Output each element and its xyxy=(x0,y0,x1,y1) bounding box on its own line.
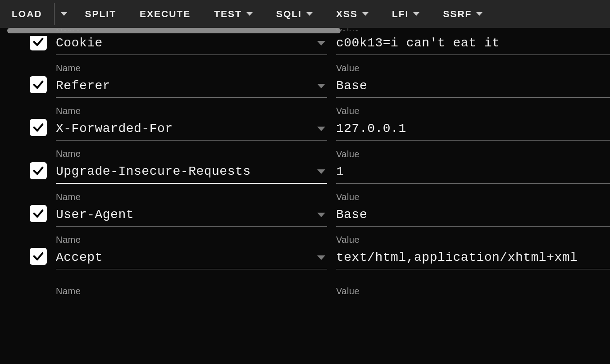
header-value-field: Value Base xyxy=(336,192,610,227)
chevron-down-icon[interactable] xyxy=(317,213,325,217)
header-name-field: Name xyxy=(56,286,327,299)
header-value-input[interactable]: Base xyxy=(336,76,610,98)
name-label: Name xyxy=(56,192,327,202)
lfi-label: LFI xyxy=(392,9,409,19)
name-label: Name xyxy=(56,106,327,116)
header-name-field: Name Cookie xyxy=(56,33,327,55)
chevron-down-icon[interactable] xyxy=(317,255,325,260)
name-label: Name xyxy=(56,149,327,159)
ssrf-menu[interactable]: SSRF xyxy=(431,0,494,28)
check-icon xyxy=(32,36,45,48)
header-enabled-checkbox[interactable] xyxy=(30,119,47,136)
chevron-down-icon[interactable] xyxy=(317,41,325,46)
caret-down-icon xyxy=(362,12,369,16)
split-button[interactable]: SPLIT xyxy=(73,0,128,28)
caret-down-icon xyxy=(61,12,67,16)
header-row: Name X-Forwarded-For Value 127.0.0.1 xyxy=(30,106,610,141)
header-value-input[interactable]: c00k13=i can't eat it xyxy=(336,33,610,55)
header-name-field: Name Accept xyxy=(56,235,327,269)
header-row: Name Referer Value Base xyxy=(30,63,610,98)
header-value-field: Value Base xyxy=(336,63,610,98)
value-label: Value xyxy=(336,63,610,73)
lfi-menu[interactable]: LFI xyxy=(380,0,432,28)
header-value-input[interactable]: 127.0.0.1 xyxy=(336,119,610,141)
header-value-text: Base xyxy=(336,208,608,222)
header-name-input[interactable]: User-Agent xyxy=(56,205,327,227)
value-label: Value xyxy=(336,235,610,245)
value-label: Value xyxy=(336,192,610,202)
check-icon xyxy=(32,164,45,177)
chevron-down-icon[interactable] xyxy=(317,127,325,131)
header-name-text: Cookie xyxy=(56,36,313,50)
header-value-text: 127.0.0.1 xyxy=(336,122,608,136)
value-label: Value xyxy=(336,106,610,116)
load-label: LOAD xyxy=(12,9,42,19)
caret-down-icon xyxy=(413,12,419,16)
caret-down-icon xyxy=(246,12,253,16)
header-value-field: Value text/html,application/xhtml+xml xyxy=(336,235,610,269)
name-label: Name xyxy=(56,27,327,31)
execute-button[interactable]: EXECUTE xyxy=(128,0,202,28)
header-value-field: Value c00k13=i can't eat it xyxy=(336,33,610,55)
header-row: Name Value xyxy=(30,278,610,299)
header-name-field: Name User-Agent xyxy=(56,192,327,227)
header-row: Name Upgrade-Insecure-Requests Value 1 xyxy=(30,149,610,184)
execute-label: EXECUTE xyxy=(140,9,191,19)
header-name-field: Name Upgrade-Insecure-Requests xyxy=(56,149,327,184)
header-value-input[interactable]: 1 xyxy=(336,162,610,184)
test-menu[interactable]: TEST xyxy=(202,0,264,28)
name-label: Name xyxy=(56,235,327,245)
caret-down-icon xyxy=(306,12,313,16)
header-name-input[interactable]: Accept xyxy=(56,248,327,269)
check-icon xyxy=(32,207,45,220)
value-label: Value xyxy=(336,149,610,159)
chevron-down-icon[interactable] xyxy=(317,84,325,88)
header-name-input[interactable]: Upgrade-Insecure-Requests xyxy=(56,162,327,184)
header-value-input[interactable]: Base xyxy=(336,205,610,227)
toolbar: LOAD SPLIT EXECUTE TEST SQLI XSS LFI SSR… xyxy=(0,0,610,28)
header-name-text: X-Forwarded-For xyxy=(56,122,313,136)
header-enabled-checkbox[interactable] xyxy=(30,76,47,93)
xss-menu[interactable]: XSS xyxy=(324,0,380,28)
header-name-text: Accept xyxy=(56,250,313,264)
headers-panel: Name Cookie Value c00k13=i can't eat it … xyxy=(0,33,610,299)
header-enabled-checkbox[interactable] xyxy=(30,162,47,179)
header-value-field: Value 1 xyxy=(336,149,610,184)
header-row: Name Cookie Value c00k13=i can't eat it xyxy=(30,33,610,55)
header-value-field: Value xyxy=(336,286,610,299)
name-label: Name xyxy=(56,286,327,296)
ssrf-label: SSRF xyxy=(443,9,472,19)
header-name-text: User-Agent xyxy=(56,208,313,222)
header-name-field: Name X-Forwarded-For xyxy=(56,106,327,141)
header-value-field: Value 127.0.0.1 xyxy=(336,106,610,141)
header-enabled-checkbox[interactable] xyxy=(30,205,47,222)
check-icon xyxy=(32,250,45,263)
value-label: Value xyxy=(336,286,610,296)
check-icon xyxy=(32,121,45,134)
header-name-input[interactable]: Cookie xyxy=(56,33,327,55)
header-value-text: c00k13=i can't eat it xyxy=(336,36,608,50)
header-row: Name Accept Value text/html,application/… xyxy=(30,235,610,269)
header-name-input[interactable]: X-Forwarded-For xyxy=(56,119,327,141)
header-row: Name User-Agent Value Base xyxy=(30,192,610,227)
header-enabled-checkbox[interactable] xyxy=(30,248,47,265)
chevron-down-icon[interactable] xyxy=(317,169,325,174)
load-dropdown-button[interactable] xyxy=(55,0,73,28)
header-name-text: Referer xyxy=(56,79,313,93)
xss-label: XSS xyxy=(336,9,358,19)
test-label: TEST xyxy=(214,9,242,19)
header-value-text: Base xyxy=(336,79,608,93)
header-value-text: text/html,application/xhtml+xml xyxy=(336,250,608,264)
header-name-text: Upgrade-Insecure-Requests xyxy=(56,164,313,178)
header-value-text: 1 xyxy=(336,165,608,179)
header-name-field: Name Referer xyxy=(56,63,327,98)
caret-down-icon xyxy=(476,12,483,16)
load-button[interactable]: LOAD xyxy=(0,0,54,28)
sqli-label: SQLI xyxy=(276,9,302,19)
name-label: Name xyxy=(56,63,327,73)
split-label: SPLIT xyxy=(85,9,117,19)
header-name-input[interactable]: Referer xyxy=(56,76,327,98)
header-value-input[interactable]: text/html,application/xhtml+xml xyxy=(336,248,610,269)
value-label: Value xyxy=(336,27,610,31)
sqli-menu[interactable]: SQLI xyxy=(264,0,324,28)
